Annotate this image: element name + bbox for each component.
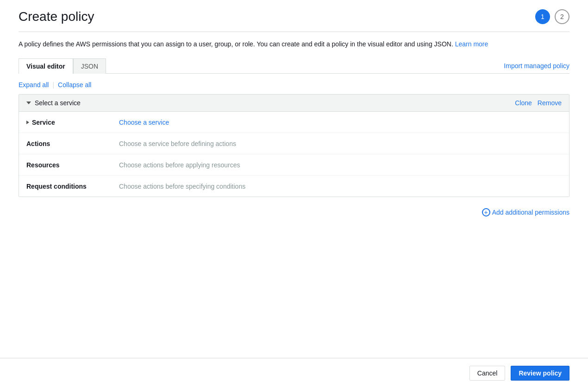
add-permissions-label: Add additional permissions [492,209,569,216]
tabs-row: Visual editor JSON Import managed policy [19,58,569,74]
step-1-circle: 1 [535,9,550,24]
resources-placeholder: Choose actions before applying resources [119,161,562,169]
separator: | [52,81,54,89]
statement-title: Select a service [35,99,81,107]
statement-body: Service Choose a service [19,112,569,197]
import-managed-policy-link[interactable]: Import managed policy [504,62,569,70]
plus-circle-icon: + [482,208,490,216]
tab-visual-editor[interactable]: Visual editor [19,58,73,74]
service-chevron-icon [26,121,29,124]
service-row: Service Choose a service [19,112,569,133]
review-policy-button[interactable]: Review policy [511,366,569,381]
steps-indicator: 1 2 [535,9,569,24]
statement-actions: Clone Remove [515,99,562,107]
actions-placeholder: Choose a service before defining actions [119,140,562,147]
page-header: Create policy 1 2 [19,9,569,24]
collapse-all-link[interactable]: Collapse all [58,81,91,89]
request-conditions-placeholder: Choose actions before specifying conditi… [119,182,562,190]
choose-service-link[interactable]: Choose a service [119,118,562,126]
add-permissions-link[interactable]: + Add additional permissions [482,208,569,216]
header-divider [19,32,569,32]
resources-label: Resources [26,161,119,169]
request-conditions-row: Request conditions Choose actions before… [19,176,569,197]
description-text: A policy defines the AWS permissions tha… [19,39,569,49]
tabs-left: Visual editor JSON [19,58,106,73]
chevron-down-icon[interactable] [26,102,31,104]
actions-label: Actions [26,140,119,147]
resources-row: Resources Choose actions before applying… [19,154,569,176]
service-label: Service [26,118,119,126]
page-title: Create policy [19,9,94,24]
page-footer: Cancel Review policy [0,358,588,388]
learn-more-link[interactable]: Learn more [455,40,488,48]
tab-json[interactable]: JSON [73,58,106,74]
statement-header-left: Select a service [26,99,81,107]
clone-button[interactable]: Clone [515,99,532,107]
remove-button[interactable]: Remove [538,99,562,107]
step-2-circle: 2 [555,9,569,24]
actions-row: Actions Choose a service before defining… [19,133,569,154]
cancel-button[interactable]: Cancel [469,366,506,381]
expand-all-link[interactable]: Expand all [19,81,49,89]
statement-block: Select a service Clone Remove Service Ch… [19,94,569,197]
statement-header: Select a service Clone Remove [19,95,569,112]
add-permissions-row: + Add additional permissions [19,204,569,220]
request-conditions-label: Request conditions [26,182,119,190]
expand-collapse-row: Expand all | Collapse all [19,81,569,89]
